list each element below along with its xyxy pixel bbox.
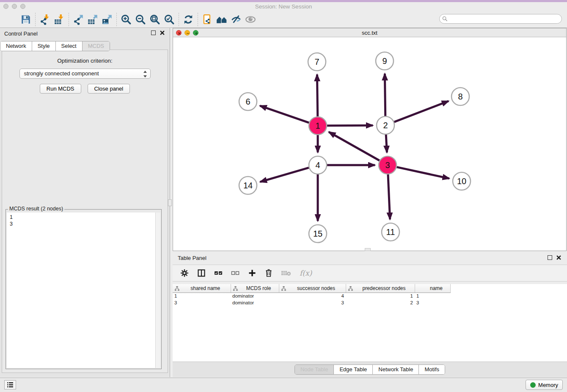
table-cell[interactable]: 1 [346,293,415,299]
table-row[interactable]: 1dominator411 [173,293,450,299]
select-stepper-icon [143,71,148,77]
table-cell[interactable]: dominator [231,299,279,306]
deselect-all-button[interactable] [231,270,239,276]
node-table[interactable]: shared nameMCDS rolesuccessor nodesprede… [173,284,567,362]
tab-style[interactable]: Style [32,41,55,51]
import-network-icon [39,14,50,25]
table-settings-button[interactable] [180,269,189,277]
task-history-button[interactable] [4,380,16,389]
show-hidden-button[interactable] [243,13,258,26]
hierarchy-icon [348,286,353,291]
mcds-result-lines: 13 [7,213,160,227]
column-label: shared name [190,285,220,291]
graph-edge-1-2[interactable] [327,125,373,126]
graph-edge-3-1[interactable] [329,132,380,160]
horizontal-splitter-grip[interactable] [365,248,371,251]
graph-edge-4-14[interactable] [260,168,309,182]
graph-edge-3-10[interactable] [396,167,449,179]
select-all-button[interactable] [214,270,223,276]
toolbar-separator [35,13,36,26]
search-input[interactable] [439,14,562,24]
delete-table-button[interactable] [281,270,291,276]
network-minimize-button[interactable] [184,30,190,36]
export-table-button[interactable] [85,13,100,26]
network-maximize-button[interactable] [193,30,198,36]
result-scrollbar[interactable] [155,213,160,368]
float-panel-icon[interactable] [151,30,156,35]
network-canvas[interactable]: 1234678910111415 [173,37,566,251]
zoom-selected-icon [164,14,175,25]
open-session-button[interactable] [4,13,19,26]
tab-mcds[interactable]: MCDS [82,41,110,51]
hide-selected-button[interactable] [229,13,243,26]
result-line: 1 [10,214,160,221]
zoom-out-button[interactable] [133,13,148,26]
export-image-button[interactable] [100,13,114,26]
table-tab-node-table[interactable]: Node Table [295,365,334,374]
show-columns-button[interactable] [197,269,206,277]
graph-node-label-14: 14 [243,181,253,190]
graph-edge-3-11[interactable] [388,174,390,219]
table-cell[interactable]: 3 [415,299,450,306]
import-table-button[interactable] [52,13,66,26]
control-panel-tab-bar: NetworkStyleSelectMCDS [0,41,110,51]
column-header-shared-name[interactable]: shared name [173,284,231,293]
table-tab-network-table[interactable]: Network Table [372,365,418,374]
toolbar-separator [179,13,179,26]
close-panel-button[interactable]: Close panel [88,84,130,94]
delete-column-button[interactable] [265,269,272,277]
tab-network[interactable]: Network [0,41,32,51]
table-cell[interactable]: 3 [173,299,231,306]
network-close-button[interactable] [176,30,182,36]
table-row[interactable]: 3dominator323 [173,299,450,306]
network-from-selection-button[interactable] [200,13,215,26]
float-table-panel-icon[interactable] [548,255,552,260]
memory-status-dot [530,382,536,388]
column-header-successor-nodes[interactable]: successor nodes [279,284,346,293]
graph-edge-1-7[interactable] [317,75,317,116]
memory-button[interactable]: Memory [526,380,563,390]
table-cell[interactable]: 1 [173,293,231,299]
main-toolbar [0,11,567,28]
run-mcds-button[interactable]: Run MCDS [40,84,81,94]
hierarchy-icon [175,286,179,291]
graph-edge-2-3[interactable] [386,135,387,152]
table-tab-edge-table[interactable]: Edge Table [333,365,372,374]
column-label: name [430,285,443,291]
control-panel-title: Control Panel [4,30,38,37]
graph-edge-1-6[interactable] [260,106,309,123]
export-table-icon [87,14,98,25]
column-header-predecessor-nodes[interactable]: predecessor nodes [346,284,415,293]
network-graph[interactable]: 1234678910111415 [173,37,566,251]
tab-select[interactable]: Select [55,41,82,51]
show-all-networks-button[interactable] [215,13,229,26]
graph-edge-2-8[interactable] [394,101,449,122]
graph-edge-2-9[interactable] [385,74,385,116]
criterion-selected-value: strongly connected component [24,70,99,77]
close-panel-icon[interactable] [160,30,165,35]
table-cell[interactable]: 4 [279,293,346,299]
zoom-in-button[interactable] [119,13,133,26]
table-cell[interactable]: dominator [231,293,279,299]
vertical-splitter-grip[interactable] [168,199,172,206]
table-cell[interactable]: 2 [346,299,415,306]
mcds-result-fieldset: MCDS result (2 nodes) 13 [6,209,162,369]
table-cell[interactable]: 3 [279,299,346,306]
import-network-button[interactable] [38,13,52,26]
export-network-button[interactable] [71,13,85,26]
add-column-button[interactable] [248,269,256,277]
zoom-fit-button[interactable] [148,13,162,26]
column-header-name[interactable]: name [415,284,450,293]
network-window-titlebar[interactable]: scc.txt [173,28,566,37]
export-image-icon [102,14,113,25]
function-builder-button[interactable]: f(x) [300,269,312,277]
refresh-network-button[interactable] [181,13,195,26]
zoom-selected-button[interactable] [162,13,176,26]
criterion-select[interactable]: strongly connected component [19,69,151,79]
table-tab-motifs[interactable]: Motifs [418,365,445,374]
column-header-mcds-role[interactable]: MCDS role [231,284,279,293]
save-session-button[interactable] [19,13,33,26]
graph-node-label-10: 10 [457,177,466,186]
table-cell[interactable]: 1 [415,293,450,299]
close-table-panel-icon[interactable] [556,255,561,260]
